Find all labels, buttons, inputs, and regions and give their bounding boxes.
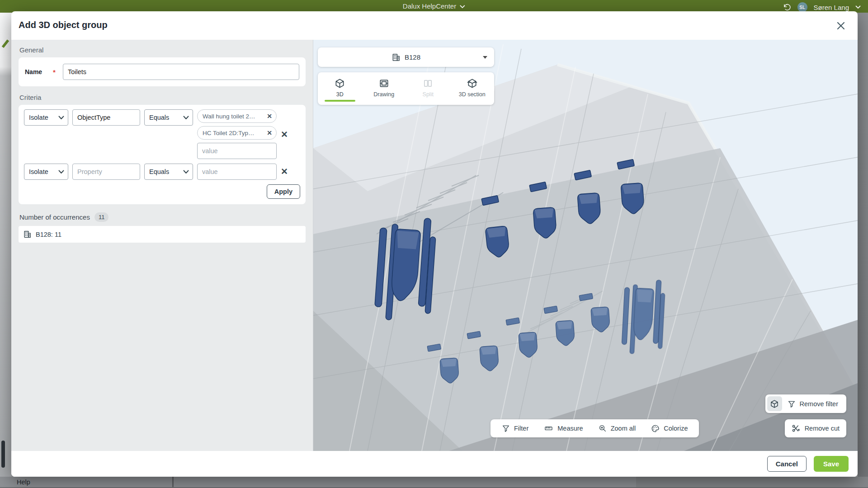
- cube-section-icon: [467, 78, 477, 89]
- tab-3d-section[interactable]: 3D section: [450, 72, 495, 105]
- close-icon[interactable]: [836, 21, 846, 31]
- required-marker: *: [53, 68, 63, 76]
- zoom-all-button[interactable]: Zoom all: [591, 419, 644, 437]
- cancel-button[interactable]: Cancel: [767, 456, 807, 472]
- criteria-row: Isolate Equals Wall hung toilet 2… ✕: [24, 109, 300, 159]
- funnel-icon: [788, 400, 796, 408]
- panel-divider: [172, 477, 174, 488]
- occurrence-label: B128: 11: [36, 231, 61, 238]
- dialog-header: Add 3D object group: [11, 11, 858, 40]
- history-icon[interactable]: [783, 3, 791, 12]
- occurrences-label: Number of occurrences: [19, 213, 90, 221]
- page-left-sliver: [0, 13, 12, 488]
- chevron-down-icon: [58, 116, 64, 120]
- chip-remove-icon[interactable]: ✕: [267, 113, 272, 120]
- tab-3d[interactable]: 3D: [318, 72, 362, 105]
- add-3d-object-group-dialog: Add 3D object group General Name * Crite…: [11, 11, 858, 477]
- name-label: Name: [25, 68, 53, 75]
- chip-remove-icon[interactable]: ✕: [267, 129, 272, 136]
- remove-row-icon[interactable]: ✕: [281, 167, 288, 176]
- remove-filter-button[interactable]: Remove filter: [782, 400, 844, 408]
- criteria-card: Isolate Equals Wall hung toilet 2… ✕: [19, 105, 306, 204]
- name-input[interactable]: [63, 64, 299, 80]
- avatar[interactable]: SL: [797, 2, 807, 12]
- view-tabs: 3D Drawing Split 3D section: [318, 72, 494, 105]
- property-input[interactable]: [72, 109, 140, 126]
- operator-select[interactable]: Equals: [144, 164, 193, 180]
- form-panel: General Name * Criteria Isolate Equals: [11, 40, 313, 451]
- mode-select[interactable]: Isolate: [24, 164, 68, 180]
- chevron-down-icon[interactable]: [855, 5, 861, 9]
- model-selector-value: B128: [405, 53, 420, 61]
- operator-select[interactable]: Equals: [144, 109, 193, 126]
- criteria-section-label: Criteria: [19, 94, 306, 101]
- chevron-down-icon: [58, 170, 64, 174]
- split-icon: [423, 78, 433, 89]
- ruler-icon: [544, 424, 553, 432]
- chevron-down-icon: [183, 170, 189, 174]
- chevron-down-icon: [460, 5, 465, 9]
- project-switcher[interactable]: Dalux HelpCenter: [403, 2, 465, 10]
- help-link[interactable]: Help: [17, 479, 30, 486]
- save-button[interactable]: Save: [814, 456, 849, 472]
- panel-shade: [636, 477, 868, 488]
- palette-icon: [651, 424, 660, 433]
- viewer-toolbar: Filter Measure Zoom all Colorize: [491, 419, 699, 437]
- page-right-sliver: [858, 13, 868, 488]
- dialog-footer: Cancel Save: [11, 451, 858, 477]
- cube-view-button[interactable]: [767, 396, 782, 411]
- app-top-bar: Dalux HelpCenter SL Søren Lang: [0, 0, 868, 13]
- caret-down-icon: [483, 56, 487, 59]
- chevron-down-icon: [183, 116, 189, 120]
- general-card: Name *: [19, 57, 306, 86]
- scissors-icon: [792, 424, 801, 433]
- occurrence-row[interactable]: B128: 11: [19, 226, 306, 243]
- home-icon: [0, 37, 9, 48]
- apply-button[interactable]: Apply: [267, 184, 300, 199]
- cube-icon: [770, 399, 779, 408]
- filter-button[interactable]: Filter: [494, 419, 536, 437]
- page-bottom-strip: Help: [0, 477, 868, 488]
- dialog-title: Add 3D object group: [19, 20, 108, 30]
- value-chip: Wall hung toilet 2… ✕: [197, 109, 277, 123]
- property-input[interactable]: [72, 164, 140, 180]
- magnifier-icon: [599, 424, 607, 432]
- model-selector[interactable]: B128: [318, 47, 494, 67]
- drawing-icon: [379, 78, 389, 89]
- measure-button[interactable]: Measure: [536, 419, 590, 437]
- value-input[interactable]: [197, 164, 277, 180]
- general-section-label: General: [19, 46, 306, 54]
- value-chip: HC Toilet 2D:Typ… ✕: [197, 126, 277, 140]
- occurrences-count-badge: 11: [94, 212, 109, 222]
- criteria-row: Isolate Equals ✕: [24, 164, 300, 180]
- remove-row-icon[interactable]: ✕: [281, 130, 288, 139]
- mode-select[interactable]: Isolate: [24, 109, 68, 126]
- value-input[interactable]: [197, 143, 277, 159]
- active-tab-underline: [325, 100, 355, 102]
- viewer-panel: B128 3D Drawing Split: [313, 40, 858, 451]
- cube-icon: [335, 78, 345, 89]
- page-scrollbar[interactable]: [1, 441, 5, 468]
- project-title: Dalux HelpCenter: [403, 2, 456, 10]
- user-name[interactable]: Søren Lang: [814, 4, 849, 11]
- tab-drawing[interactable]: Drawing: [362, 72, 406, 105]
- building-icon: [392, 53, 401, 62]
- colorize-button[interactable]: Colorize: [643, 419, 695, 437]
- funnel-icon: [502, 424, 510, 432]
- building-icon: [23, 230, 32, 239]
- remove-filter-group: Remove filter: [765, 394, 846, 413]
- tab-split: Split: [406, 72, 450, 105]
- remove-cut-button[interactable]: Remove cut: [785, 419, 846, 437]
